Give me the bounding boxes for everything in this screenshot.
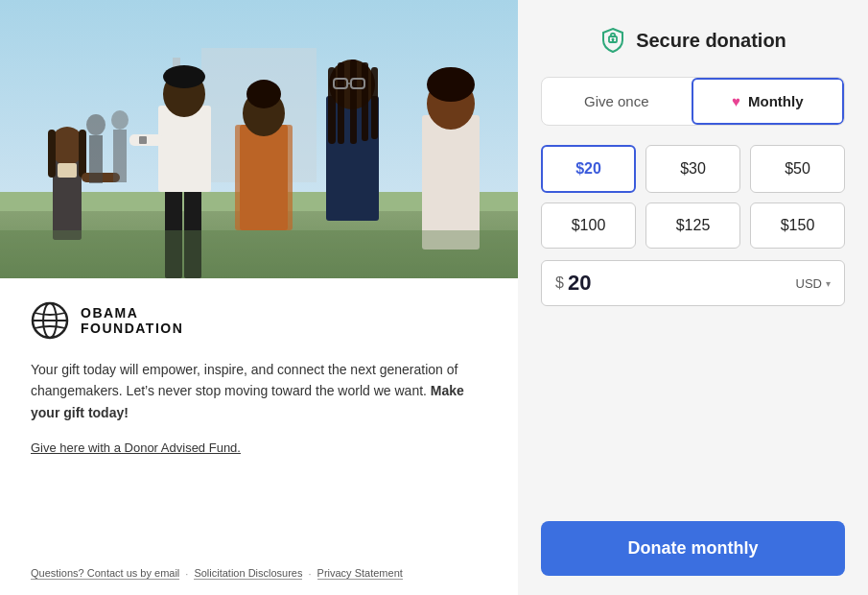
svg-rect-30 (371, 67, 378, 139)
tab-monthly[interactable]: ♥ Monthly (692, 78, 845, 125)
svg-rect-27 (338, 62, 344, 144)
svg-rect-41 (0, 230, 518, 278)
svg-rect-15 (158, 106, 211, 192)
amount-btn-50[interactable]: $50 (750, 145, 845, 193)
svg-rect-34 (422, 115, 480, 250)
amount-btn-100[interactable]: $100 (541, 202, 636, 249)
privacy-link[interactable]: Privacy Statement (317, 567, 403, 580)
left-panel: OBAMA FOUNDATION Your gift today will em… (0, 0, 518, 595)
amount-input[interactable] (568, 271, 796, 296)
footer-links: Questions? Contact us by email · Solicit… (31, 567, 403, 580)
contact-link[interactable]: Questions? Contact us by email (31, 567, 179, 580)
shield-icon (599, 27, 626, 54)
logo-area: OBAMA FOUNDATION (31, 301, 487, 340)
description-text: Your gift today will empower, inspire, a… (31, 359, 487, 423)
daf-link[interactable]: Give here with a Donor Advised Fund. (31, 440, 241, 455)
right-panel: Secure donation Give once ♥ Monthly $20 … (518, 0, 868, 595)
svg-point-37 (86, 114, 106, 135)
secure-header: Secure donation (541, 27, 845, 54)
logo-text: OBAMA FOUNDATION (81, 305, 183, 336)
disclosures-link[interactable]: Solicitation Disclosures (194, 567, 302, 580)
svg-rect-47 (612, 40, 614, 43)
heart-icon: ♥ (732, 93, 740, 109)
svg-rect-11 (58, 163, 77, 178)
footer-sep-2: · (308, 568, 311, 580)
footer-sep-1: · (185, 568, 188, 580)
obama-logo-icon (31, 301, 69, 340)
logo-sub: FOUNDATION (81, 321, 183, 336)
dollar-sign: $ (555, 274, 564, 292)
svg-point-39 (111, 110, 129, 130)
svg-rect-28 (350, 60, 357, 144)
custom-amount-row: $ USD ▾ (541, 260, 845, 306)
svg-rect-21 (235, 125, 293, 230)
chevron-down-icon: ▾ (826, 278, 831, 289)
svg-rect-19 (139, 136, 147, 144)
tab-row: Give once ♥ Monthly (541, 77, 845, 126)
left-bottom: Questions? Contact us by email · Solicit… (0, 486, 518, 595)
svg-point-36 (427, 67, 475, 102)
amount-grid: $20 $30 $50 $100 $125 $150 (541, 145, 845, 249)
donate-button[interactable]: Donate monthly (541, 521, 845, 576)
amount-btn-125[interactable]: $125 (645, 202, 740, 249)
amount-btn-30[interactable]: $30 (645, 145, 740, 193)
secure-title: Secure donation (636, 30, 786, 52)
currency-selector[interactable]: USD ▾ (796, 276, 831, 291)
tab-give-once[interactable]: Give once (542, 78, 692, 125)
content-section: OBAMA FOUNDATION Your gift today will em… (0, 278, 518, 486)
svg-rect-40 (113, 130, 127, 182)
tab-monthly-label: Monthly (748, 93, 804, 109)
hero-photo (0, 0, 518, 278)
svg-rect-9 (48, 130, 56, 178)
svg-rect-29 (362, 62, 368, 141)
amount-btn-20[interactable]: $20 (541, 145, 636, 193)
svg-point-17 (163, 65, 205, 88)
svg-point-23 (246, 80, 281, 108)
amount-btn-150[interactable]: $150 (750, 202, 845, 249)
svg-rect-10 (79, 130, 86, 178)
svg-rect-38 (89, 135, 103, 183)
currency-label: USD (796, 276, 822, 291)
logo-name: OBAMA (81, 305, 183, 321)
